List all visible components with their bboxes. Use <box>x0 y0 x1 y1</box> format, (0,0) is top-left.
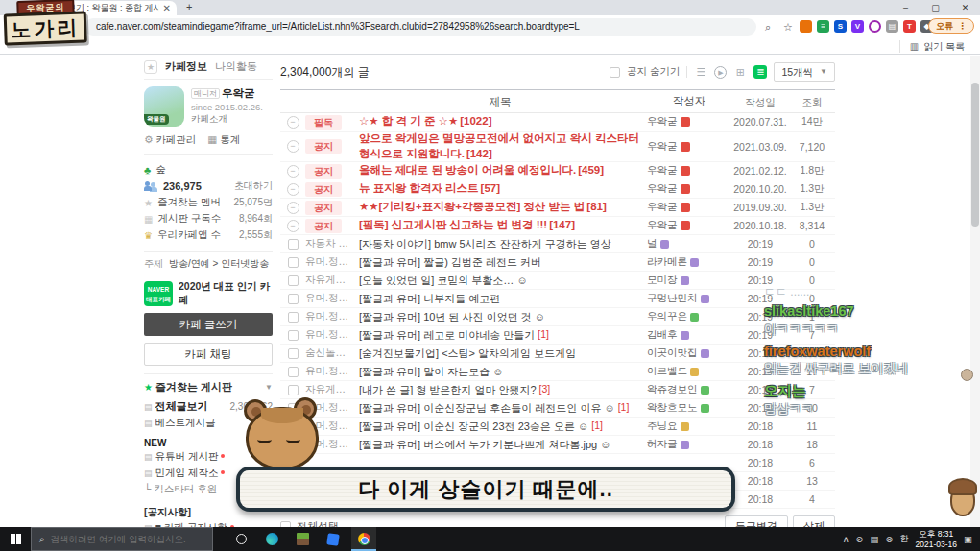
zoom-icon[interactable]: ⌕ <box>765 20 771 34</box>
invite-link[interactable]: 초대하기 <box>234 180 273 193</box>
post-title-link[interactable]: [내가 쓴 글] 형 받은한지 얼마 안됐지? <box>359 383 537 397</box>
extension-icon[interactable]: V <box>851 20 864 33</box>
taskbar-minecraft-button[interactable] <box>290 527 315 551</box>
board-name-link[interactable]: 유머.정보… <box>305 292 359 305</box>
topic-value[interactable]: 방송/연예 > 인터넷방송 <box>169 257 269 271</box>
taskbar-chrome-button[interactable] <box>351 527 376 551</box>
board-name-link[interactable]: 유머.정보… <box>305 365 359 378</box>
tab-cafe-info[interactable]: 카페정보 <box>165 60 207 74</box>
taskbar-cortana-button[interactable] <box>228 527 253 551</box>
cafe-stats-link[interactable]: ▦ 통계 <box>207 133 240 147</box>
post-author[interactable]: 구멍난민치 <box>647 292 731 305</box>
post-title-link[interactable]: [짤글과 유머] 짤글) 김범준 레전드 커버 <box>359 255 541 270</box>
sidebar-item-mingame-board[interactable]: 민게임 제작소 <box>155 467 219 478</box>
tray-status-icon[interactable]: ⊗ <box>886 534 894 544</box>
taskbar-app-button[interactable] <box>321 527 346 551</box>
post-title-link[interactable]: ☆★ 합 격 기 준 ☆★[1022] <box>359 114 641 130</box>
post-title-link[interactable]: ★★[기리킹+표지왕+각종공모전] 정산 받는 법[81] <box>359 200 641 215</box>
notice-row[interactable]: −공지뉴 표지왕 합격자 리스트[57]우왁굳2020.10.20.1.3만 <box>280 180 835 199</box>
table-row[interactable]: 자유게시판[내가 쓴 글] 형 받은한지 얼마 안됐지?[3]왁쥬경보인20:1… <box>280 381 835 399</box>
post-title-link[interactable]: 뉴 표지왕 합격자 리스트[57] <box>359 181 641 197</box>
bookmark-star-icon[interactable]: ☆ <box>783 20 793 34</box>
row-checkbox[interactable] <box>288 239 299 250</box>
post-author[interactable]: 우왁굳 <box>647 115 731 129</box>
post-title-link[interactable]: [짤글과 유머] 10년 된 사진 이었던 것 ☺ <box>359 310 545 324</box>
post-title-link[interactable]: [필독] 신고게시판 신고하는 법 변경 !!![147] <box>359 218 641 233</box>
ime-korean-indicator[interactable]: 한 <box>900 533 909 545</box>
post-author[interactable]: 우왁굳 <box>647 140 731 154</box>
minimize-button[interactable]: – <box>891 0 920 15</box>
extension-icon[interactable]: ▤ <box>886 20 898 33</box>
row-checkbox[interactable] <box>288 330 299 341</box>
post-author[interactable]: 모미장 <box>647 274 731 287</box>
cafe-intro-link[interactable]: 카페소개 <box>191 113 263 126</box>
notice-row[interactable]: −공지올해는 제대로 된 방송이 어려울 예정입니다.[459]우왁굳2021.… <box>280 162 835 180</box>
row-checkbox[interactable] <box>288 312 299 323</box>
board-name-link[interactable]: 유머.정보… <box>305 310 359 323</box>
post-author[interactable]: 김배후 <box>647 328 731 342</box>
notice-row[interactable]: −공지★★[기리킹+표지왕+각종공모전] 정산 받는 법[81]우왁굳2019.… <box>280 199 835 217</box>
cafe-avatar[interactable]: 왁물원 <box>144 86 184 127</box>
table-row[interactable]: 유머.정보…[짤글과 유머] 레고로 미야네송 만들기[1]김배후20:197 <box>280 326 835 345</box>
table-row[interactable]: 유머.정보…[짤글과 유머] 이순신 장군의 23전 23승은 오른 ☺[1]주… <box>280 418 835 436</box>
taskbar-clock[interactable]: 오후 8:312021-03-16 <box>916 529 957 549</box>
sidebar-item-best-posts[interactable]: 베스트게시글 <box>155 417 216 428</box>
post-author[interactable]: 널 <box>647 237 731 251</box>
post-title-link[interactable]: [짤글과 유머] 레고로 미야네송 만들기 <box>359 328 535 343</box>
row-checkbox[interactable] <box>288 294 299 304</box>
hide-notice-checkbox[interactable] <box>610 67 620 78</box>
post-author[interactable]: 왁쥬경보인 <box>647 383 731 396</box>
collapse-notice-icon[interactable]: − <box>287 183 299 196</box>
extension-icon[interactable]: T <box>903 20 916 33</box>
tray-keyboard-icon[interactable]: ▤ <box>871 534 879 544</box>
post-title-link[interactable]: 앞으로 왁게임은 멸망공모전에서 없어지고 왁시 킥스타터 형식으로 지원합니다… <box>359 132 641 161</box>
table-row[interactable]: 숨신놀의…[숨겨진보물기업] <스팀> 알차의게임 보드게임이곳이맛집20:18… <box>280 345 835 363</box>
profile-error-pill[interactable]: 오류 ⋮ <box>928 18 974 34</box>
board-name-link[interactable]: 유머.정보… <box>305 255 359 269</box>
maximize-button[interactable]: ▢ <box>920 0 950 15</box>
post-author[interactable]: 우왁굳 <box>647 182 731 196</box>
notice-row[interactable]: −공지[필독] 신고게시판 신고하는 법 변경 !!![147]우왁굳2020.… <box>280 217 835 235</box>
delete-button[interactable]: 삭제 <box>793 515 835 527</box>
board-name-link[interactable]: 유머.정보… <box>305 328 359 342</box>
post-author[interactable]: 라카메론 <box>647 255 731 269</box>
post-title-link[interactable]: [자동차 이야기] bmw 5시리즈 잔잔하게 구경하는 영상 <box>359 237 611 252</box>
notice-row[interactable]: −공지앞으로 왁게임은 멸망공모전에서 없어지고 왁시 킥스타터 형식으로 지원… <box>280 132 835 162</box>
view-detail-icon[interactable]: ≣ <box>753 65 767 79</box>
tab-my-activity[interactable]: 나의활동 <box>215 60 257 74</box>
tray-expand-icon[interactable]: ∧ <box>843 534 849 544</box>
reading-list-button[interactable]: ▥ 읽기 목록 <box>899 40 965 53</box>
view-video-icon[interactable]: ▶ <box>714 66 727 79</box>
post-title-link[interactable]: [숨겨진보물기업] <스팀> 알차의게임 보드게임 <box>359 347 576 361</box>
tab-close-icon[interactable]: ✕ <box>163 3 171 13</box>
sidebar-item-all-posts[interactable]: 전체글보기 <box>155 400 208 412</box>
post-title-link[interactable]: [오늘 있었던 일] 코믿의 부활소… ☺ <box>359 274 528 288</box>
sidebar-item-kickstarter[interactable]: └ 킥스타터 후원 <box>144 481 217 496</box>
notice-row[interactable]: −필독☆★ 합 격 기 준 ☆★[1022]우왁굳2020.07.31.14만 <box>280 113 835 132</box>
chevron-down-icon[interactable]: ▼ <box>265 383 273 392</box>
start-button[interactable] <box>0 527 31 551</box>
taskbar-edge-button[interactable] <box>259 527 284 551</box>
sidebar-item-youtuber-board[interactable]: 유튜버 게시판 <box>155 450 219 462</box>
cafe-write-button[interactable]: 카페 글쓰기 <box>144 313 273 336</box>
extension-icon[interactable] <box>800 20 812 33</box>
extension-icon[interactable]: ≡ <box>817 20 829 33</box>
row-checkbox[interactable] <box>288 348 299 359</box>
post-author[interactable]: 이곳이맛집 <box>647 347 731 360</box>
table-row[interactable]: 자동차 게…[자동차 이야기] bmw 5시리즈 잔잔하게 구경하는 영상널20… <box>280 235 835 253</box>
board-name-link[interactable]: 자동차 게… <box>305 237 359 251</box>
tray-link-icon[interactable]: ⊘ <box>856 534 864 544</box>
url-bar[interactable]: cafe.naver.com/steamindiegame?iframe_url… <box>84 18 756 36</box>
post-author[interactable]: 주닝요 <box>647 419 731 433</box>
extension-icon[interactable]: S <box>834 20 847 33</box>
post-author[interactable]: 허자글 <box>647 438 731 451</box>
table-row[interactable]: 유머.정보…[짤글과 유머] 짤글) 김범준 레전드 커버라카메론20:190 <box>280 253 835 272</box>
cafe-manage-link[interactable]: ⚙ 카페관리 <box>144 133 196 147</box>
search-input[interactable] <box>51 534 195 544</box>
board-name-link[interactable]: 자유게시판 <box>305 274 359 287</box>
view-list-icon[interactable]: ☰ <box>694 66 707 79</box>
favorite-cafe-star-icon[interactable]: ★ <box>144 60 157 74</box>
collapse-notice-icon[interactable]: − <box>287 202 299 214</box>
post-author[interactable]: 우왁굳 <box>647 201 731 214</box>
grade-change-button[interactable]: 등급변경 <box>725 515 788 527</box>
